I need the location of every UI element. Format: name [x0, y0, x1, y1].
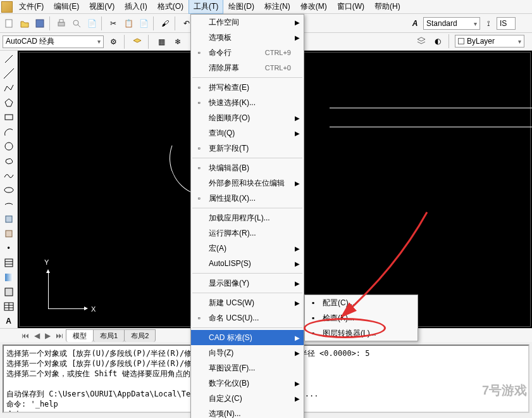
publish-icon[interactable]: 📄 — [85, 16, 99, 30]
menu-item[interactable]: 草图设置(F)... — [191, 360, 304, 376]
menu-item[interactable]: 选项板▶ — [191, 30, 304, 45]
menu-item-label: 选项板 — [209, 32, 232, 43]
make-block-icon[interactable] — [1, 227, 16, 241]
menu-item-label: 显示图像(Y) — [209, 278, 249, 289]
text-style-dropdown[interactable]: Standard ▾ — [423, 17, 480, 30]
spline-icon[interactable] — [1, 168, 16, 182]
menu-format[interactable]: 格式(O) — [152, 0, 189, 14]
menu-item[interactable]: 选项(N)... — [191, 406, 304, 418]
print-icon[interactable] — [54, 16, 68, 30]
point-icon[interactable]: • — [1, 241, 16, 255]
menu-help[interactable]: 帮助(H) — [369, 0, 405, 14]
menu-item[interactable]: 新建 UCS(W)▶ — [191, 295, 304, 310]
text-style-icon[interactable]: A — [408, 16, 422, 30]
circle-icon[interactable] — [1, 139, 16, 153]
submenu-item[interactable]: ▪图层转换器(L)... — [305, 326, 418, 341]
ellipse-arc-icon[interactable] — [1, 198, 16, 212]
polygon-icon[interactable] — [1, 96, 16, 110]
submenu-item[interactable]: ▪配置(C)... — [305, 295, 418, 310]
tab-next-icon[interactable]: ▶ — [42, 331, 53, 340]
svg-rect-1 — [36, 20, 44, 27]
layer-freeze-icon[interactable]: ❄ — [171, 35, 185, 49]
bylayer-dropdown[interactable]: ByLayer ▾ — [455, 35, 524, 48]
menu-edit[interactable]: 编辑(E) — [49, 0, 84, 14]
tab-last-icon[interactable]: ⏭ — [53, 331, 66, 340]
menu-item[interactable]: 绘图顺序(O)▶ — [191, 110, 304, 125]
menu-tools[interactable]: 工具(T) — [189, 0, 223, 14]
menu-item[interactable]: ▫命名 UCS(U)... — [191, 310, 304, 326]
menu-item[interactable]: 自定义(C)▶ — [191, 391, 304, 406]
chk-icon: ▪ — [307, 312, 319, 324]
xline-icon[interactable] — [1, 66, 16, 80]
paste-icon[interactable]: 📄 — [137, 16, 151, 30]
tab-layout2[interactable]: 布局2 — [124, 329, 156, 342]
region-icon[interactable] — [1, 285, 16, 299]
submenu-item[interactable]: ▪检查(K)... — [305, 310, 418, 326]
bylayer-value: ByLayer — [467, 37, 495, 46]
workspace-dropdown[interactable]: AutoCAD 经典 ▾ — [3, 35, 104, 48]
menu-item[interactable]: 显示图像(Y)▶ — [191, 276, 304, 291]
preview-icon[interactable] — [70, 16, 84, 30]
menu-item[interactable]: AutoLISP(S)▶ — [191, 256, 304, 271]
match-icon[interactable]: 🖌 — [158, 16, 172, 30]
revcloud-icon[interactable] — [1, 154, 16, 168]
tab-prev-icon[interactable]: ◀ — [32, 331, 42, 340]
menu-draw[interactable]: 绘图(D) — [223, 0, 259, 14]
tab-layout1[interactable]: 布局1 — [93, 329, 125, 342]
gear-icon[interactable]: ⚙ — [106, 35, 120, 49]
menu-item-label: 属性提取(X)... — [209, 193, 256, 204]
layer-state-icon[interactable]: ▦ — [154, 35, 168, 49]
insert-block-icon[interactable] — [1, 212, 16, 226]
layer-icon[interactable] — [130, 35, 144, 49]
gradient-icon[interactable] — [1, 270, 16, 284]
menu-item[interactable]: 向导(Z)▶ — [191, 345, 304, 360]
submenu-arrow-icon: ▶ — [295, 280, 300, 287]
rectangle-icon[interactable] — [1, 110, 16, 124]
menu-window[interactable]: 窗口(W) — [332, 0, 369, 14]
menu-item[interactable]: CAD 标准(S)▶ — [191, 330, 304, 345]
menu-item[interactable]: 数字化仪(B)▶ — [191, 376, 304, 391]
menu-item[interactable]: ▫拼写检查(E) — [191, 80, 304, 95]
menu-item[interactable]: 运行脚本(R)... — [191, 225, 304, 241]
svg-line-5 — [78, 25, 80, 27]
menu-item[interactable]: ▫块编辑器(B) — [191, 160, 304, 175]
menu-modify[interactable]: 修改(M) — [295, 0, 332, 14]
menu-item[interactable]: ▫快速选择(K)... — [191, 95, 304, 110]
hatch-icon[interactable] — [1, 256, 16, 270]
menu-view[interactable]: 视图(V) — [84, 0, 120, 14]
pline-icon[interactable] — [1, 81, 16, 95]
menu-insert[interactable]: 插入(I) — [120, 0, 152, 14]
menu-item[interactable]: 查询(Q)▶ — [191, 125, 304, 141]
layer-prev-icon[interactable]: ◐ — [431, 34, 445, 48]
menu-dimension[interactable]: 标注(N) — [259, 0, 295, 14]
menu-item[interactable]: 宏(A)▶ — [191, 241, 304, 256]
submenu-item-label: 检查(K)... — [323, 313, 354, 324]
menu-item[interactable]: ▫命令行CTRL+9 — [191, 45, 304, 60]
layer-panel: ◐ ByLayer ▾ — [412, 33, 532, 49]
dim-style-dropdown[interactable]: IS — [497, 17, 516, 30]
menu-item[interactable]: 外部参照和块在位编辑▶ — [191, 175, 304, 191]
cut-icon[interactable]: ✂ — [106, 16, 120, 30]
copy-icon[interactable]: 📋 — [121, 16, 135, 30]
line-icon[interactable] — [1, 52, 16, 66]
layer-stack-icon[interactable] — [414, 34, 428, 48]
svg-rect-0 — [6, 20, 12, 27]
tab-first-icon[interactable]: ⏮ — [19, 331, 32, 340]
new-icon[interactable] — [3, 16, 16, 30]
save-icon[interactable] — [33, 16, 47, 30]
mtext-icon[interactable]: A — [1, 314, 16, 328]
dim-style-icon[interactable]: ⟟ — [481, 16, 495, 30]
ellipse-icon[interactable] — [1, 183, 16, 197]
open-icon[interactable] — [18, 16, 32, 30]
menu-item[interactable]: ▫更新字段(T) — [191, 141, 304, 156]
menu-item[interactable]: ▫属性提取(X)... — [191, 191, 304, 206]
menu-item[interactable]: 加载应用程序(L)... — [191, 210, 304, 225]
menu-file[interactable]: 文件(F) — [14, 0, 49, 14]
table-icon[interactable] — [1, 300, 16, 314]
menu-item-label: 运行脚本(R)... — [209, 228, 256, 239]
arc-icon[interactable] — [1, 125, 16, 139]
tab-model[interactable]: 模型 — [66, 329, 94, 342]
menu-item-label: 快速选择(K)... — [209, 98, 256, 108]
menu-item[interactable]: 清除屏幕CTRL+0 — [191, 60, 304, 75]
menu-item[interactable]: 工作空间▶ — [191, 15, 304, 30]
